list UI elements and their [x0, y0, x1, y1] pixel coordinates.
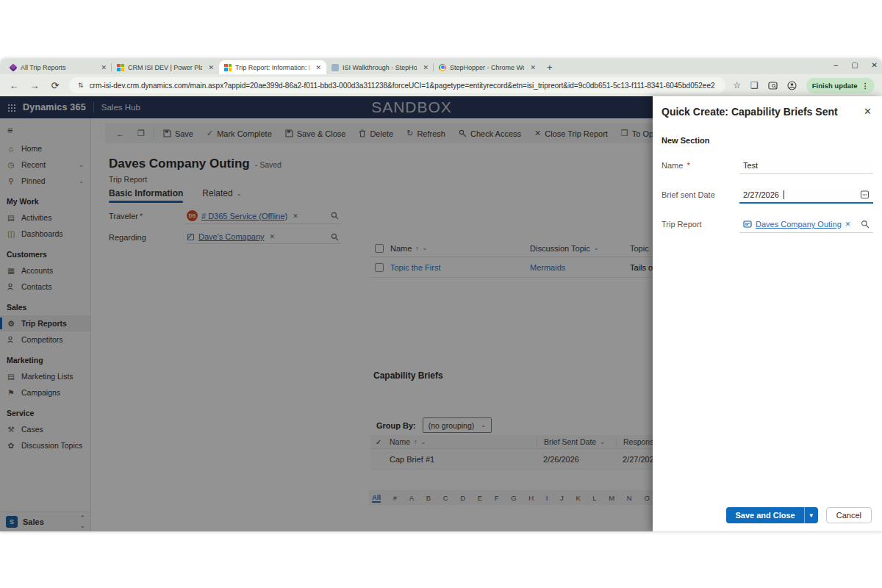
tab-close-icon[interactable]: ✕	[528, 64, 536, 71]
diamond-favicon-icon	[9, 63, 17, 71]
address-bar[interactable]: ⇅ crm-isi-dev.crm.dynamics.com/main.aspx…	[69, 77, 725, 93]
extensions-icon[interactable]: ❑	[750, 80, 759, 90]
browser-toolbar: ← → ⟳ ⇅ crm-isi-dev.crm.dynamics.com/mai…	[0, 74, 882, 96]
tab-close-icon[interactable]: ✕	[98, 64, 107, 71]
quick-create-panel: Quick Create: Capability Briefs Sent ✕ N…	[653, 96, 882, 531]
tab-close-icon[interactable]: ✕	[206, 64, 214, 71]
chrome-favicon-icon	[439, 64, 446, 71]
tab-title: All Trip Reports	[21, 64, 95, 71]
remove-value-icon[interactable]: ✕	[845, 220, 851, 228]
new-tab-button[interactable]: +	[541, 62, 560, 74]
cancel-button[interactable]: Cancel	[826, 507, 872, 523]
required-asterisk: *	[684, 161, 689, 170]
section-label: New Section	[662, 136, 873, 145]
stephopper-favicon-icon	[331, 64, 339, 71]
date-value: 2/27/2026	[743, 190, 779, 199]
name-value: Test	[743, 161, 758, 170]
site-settings-icon[interactable]: ⇅	[78, 82, 84, 89]
forward-button[interactable]: →	[28, 80, 41, 91]
panel-title: Quick Create: Capability Briefs Sent	[662, 106, 873, 118]
maximize-button[interactable]: ▢	[851, 61, 858, 69]
side-search-icon[interactable]	[768, 81, 778, 90]
browser-window: All Trip Reports ✕ CRM ISI DEV | Power P…	[0, 59, 882, 531]
trip-report-lookup[interactable]: Daves Company Outing ✕	[739, 216, 873, 233]
reload-button[interactable]: ⟳	[49, 80, 62, 91]
save-and-close-button[interactable]: Save and Close	[726, 507, 803, 523]
browser-tab[interactable]: CRM ISI DEV | Power Platform a ✕	[112, 60, 219, 74]
url-text: crm-isi-dev.crm.dynamics.com/main.aspx?a…	[90, 82, 715, 90]
brief-sent-date-input[interactable]: 2/27/2026	[739, 187, 873, 204]
trip-report-record-icon	[743, 220, 752, 229]
calendar-icon[interactable]	[860, 190, 870, 199]
browser-tab[interactable]: StepHopper - Chrome Web Sto ✕	[434, 60, 541, 74]
finish-update-button[interactable]: Finish update ⋮	[806, 78, 875, 93]
browser-tab-active[interactable]: Trip Report: Information: Daves ✕	[219, 60, 326, 74]
text-caret	[784, 190, 784, 199]
profile-icon[interactable]	[787, 81, 797, 90]
field-trip-report: Trip Report Daves Company Outing ✕	[662, 216, 873, 233]
lookup-pill[interactable]: Daves Company Outing ✕	[743, 220, 850, 229]
panel-footer: Save and Close ▼ Cancel	[726, 507, 872, 523]
microsoft-favicon-icon	[117, 64, 124, 71]
trip-report-record-link[interactable]: Daves Company Outing	[756, 220, 842, 229]
minimize-button[interactable]: –	[834, 61, 839, 69]
tab-title: StepHopper - Chrome Web Sto	[450, 64, 524, 71]
tab-title: CRM ISI DEV | Power Platform a	[128, 64, 202, 71]
tab-title: Trip Report: Information: Daves	[235, 64, 309, 71]
field-brief-sent-date: Brief sent Date 2/27/2026	[662, 187, 873, 204]
close-window-button[interactable]: ✕	[872, 61, 878, 69]
tab-strip: All Trip Reports ✕ CRM ISI DEV | Power P…	[0, 59, 882, 74]
bookmark-star-icon[interactable]: ☆	[733, 80, 741, 90]
page-content: Dynamics 365 Sales Hub SANDBOX ≡ ⌂ Home …	[0, 96, 882, 531]
save-and-close-split-button: Save and Close ▼	[726, 507, 817, 523]
panel-close-icon[interactable]: ✕	[864, 106, 872, 117]
back-button[interactable]: ←	[7, 80, 21, 91]
browser-tab[interactable]: ISI Walkthrough - StepHopper ✕	[326, 60, 434, 74]
modal-dim-overlay	[0, 96, 653, 531]
save-options-chevron-icon[interactable]: ▼	[804, 507, 818, 523]
field-name: Name * Test	[662, 157, 873, 174]
tab-title: ISI Walkthrough - StepHopper	[343, 64, 417, 71]
name-input[interactable]: Test	[739, 157, 873, 174]
search-icon[interactable]	[861, 220, 870, 229]
microsoft-favicon-icon	[224, 64, 232, 71]
tab-close-icon[interactable]: ✕	[313, 64, 321, 71]
chrome-menu-icon[interactable]: ⋮	[862, 82, 870, 90]
browser-tab[interactable]: All Trip Reports ✕	[4, 60, 112, 74]
tab-close-icon[interactable]: ✕	[420, 64, 429, 71]
